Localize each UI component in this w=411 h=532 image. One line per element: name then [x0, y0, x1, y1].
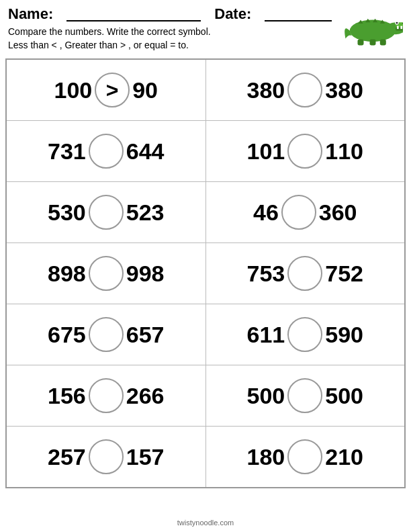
grid-cell-r3-c1: 753752	[206, 243, 405, 304]
cell-content: 500500	[247, 378, 363, 413]
symbol-circle[interactable]	[287, 73, 322, 107]
grid-cell-r3-c0: 898998	[7, 243, 206, 304]
symbol-circle[interactable]	[89, 256, 124, 291]
right-number: 590	[325, 322, 363, 348]
grid-row: 731644101110	[7, 121, 404, 182]
left-number: 46	[253, 200, 279, 226]
symbol-text: >	[106, 78, 119, 103]
right-number: 110	[325, 138, 363, 165]
symbol-circle[interactable]	[89, 378, 124, 413]
cell-content: 100>90	[54, 73, 158, 107]
date-input-line[interactable]	[265, 7, 332, 21]
cell-content: 611590	[247, 317, 363, 352]
symbol-circle[interactable]	[287, 439, 322, 474]
symbol-circle[interactable]	[287, 378, 322, 413]
symbol-circle[interactable]	[89, 134, 124, 169]
grid-row: 156266500500	[7, 365, 404, 427]
cell-content: 731644	[48, 134, 164, 169]
left-number: 156	[48, 383, 86, 409]
left-number: 500	[247, 383, 285, 409]
header-left: Name: Date: Compare the numbers. Write t…	[8, 5, 342, 52]
right-number: 157	[126, 444, 165, 470]
left-number: 101	[247, 138, 285, 165]
grid-cell-r0-c0: 100>90	[7, 60, 206, 120]
left-number: 731	[48, 138, 86, 165]
page-header: Name: Date: Compare the numbers. Write t…	[0, 0, 411, 54]
right-number: 360	[319, 200, 357, 226]
svg-rect-5	[400, 26, 402, 30]
grid-row: 675657611590	[7, 304, 404, 365]
date-label: Date:	[214, 5, 251, 23]
svg-rect-9	[358, 39, 364, 45]
right-number: 657	[126, 322, 165, 348]
right-number: 266	[126, 383, 165, 409]
symbol-circle[interactable]	[89, 439, 124, 474]
right-number: 500	[325, 383, 363, 409]
grid-cell-r6-c1: 180210	[206, 427, 405, 487]
name-date-row: Name: Date:	[8, 5, 342, 23]
svg-rect-4	[397, 26, 399, 30]
cell-content: 530523	[48, 195, 164, 230]
cell-content: 380380	[247, 73, 363, 107]
left-number: 530	[48, 200, 86, 226]
cell-content: 156266	[48, 378, 164, 413]
instructions-line2: Less than < , Greater than > , or equal …	[8, 39, 342, 52]
footer-text: twistynoodle.com	[0, 516, 411, 529]
cell-content: 180210	[247, 439, 363, 474]
left-number: 611	[247, 322, 285, 348]
grid-cell-r1-c0: 731644	[7, 121, 206, 181]
instructions-line1: Compare the numbers. Write the correct s…	[8, 26, 342, 39]
svg-rect-11	[380, 39, 386, 45]
cell-content: 675657	[48, 317, 164, 352]
left-number: 753	[247, 261, 285, 287]
left-number: 898	[48, 261, 86, 287]
symbol-circle[interactable]	[287, 256, 322, 291]
grid-cell-r5-c1: 500500	[206, 365, 405, 426]
grid-cell-r5-c0: 156266	[7, 365, 206, 426]
grid-cell-r2-c0: 530523	[7, 182, 206, 242]
cell-content: 898998	[48, 256, 164, 291]
grid-row: 53052346360	[7, 182, 404, 243]
cell-content: 257157	[48, 439, 164, 474]
right-number: 210	[325, 444, 363, 470]
grid-cell-r6-c0: 257157	[7, 427, 206, 487]
right-number: 644	[126, 138, 165, 165]
grid-row: 898998753752	[7, 243, 404, 304]
grid-cell-r1-c1: 101110	[206, 121, 405, 181]
symbol-circle[interactable]	[287, 317, 322, 352]
symbol-circle[interactable]: >	[95, 73, 130, 107]
left-number: 380	[247, 77, 285, 103]
cell-content: 753752	[247, 256, 363, 291]
name-input-line[interactable]	[66, 7, 201, 21]
left-number: 675	[48, 322, 86, 348]
right-number: 752	[325, 261, 363, 287]
right-number: 380	[325, 77, 363, 103]
left-number: 257	[48, 444, 86, 470]
grid-row: 100>90380380	[7, 60, 404, 121]
grid-row: 257157180210	[7, 427, 404, 487]
instructions: Compare the numbers. Write the correct s…	[8, 26, 342, 52]
cell-content: 101110	[247, 134, 363, 169]
cell-content: 46360	[253, 195, 357, 230]
grid-cell-r4-c0: 675657	[7, 304, 206, 365]
svg-rect-10	[370, 39, 376, 45]
svg-point-7	[396, 22, 398, 24]
comparison-grid: 100>903803807316441011105305234636089899…	[5, 58, 406, 488]
crocodile-image	[342, 5, 403, 49]
grid-cell-r4-c1: 611590	[206, 304, 405, 365]
symbol-circle[interactable]	[281, 195, 316, 230]
symbol-circle[interactable]	[287, 134, 322, 169]
left-number: 180	[247, 444, 285, 470]
grid-cell-r2-c1: 46360	[206, 182, 405, 242]
grid-cell-r0-c1: 380380	[206, 60, 405, 120]
right-number: 523	[126, 200, 165, 226]
symbol-circle[interactable]	[89, 317, 124, 352]
right-number: 90	[132, 77, 158, 103]
symbol-circle[interactable]	[89, 195, 124, 230]
left-number: 100	[54, 77, 92, 103]
name-label: Name:	[8, 5, 53, 23]
right-number: 998	[126, 261, 165, 287]
